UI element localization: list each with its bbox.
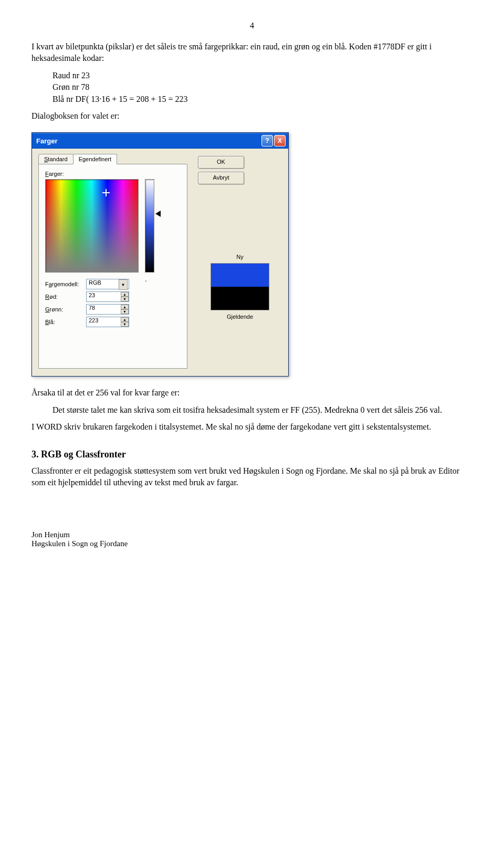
chevron-down-icon[interactable]: ▼ bbox=[119, 279, 128, 290]
luminance-slider[interactable] bbox=[145, 179, 154, 273]
dialog-title: Farger bbox=[36, 137, 57, 145]
paragraph-2: Dialogboksen for valet er: bbox=[32, 110, 472, 122]
luminance-arrow-icon[interactable] bbox=[155, 211, 161, 217]
new-color-swatch bbox=[211, 264, 269, 287]
chevron-up-icon[interactable]: ▲ bbox=[121, 292, 129, 297]
code-line-2: Grøn nr 78 bbox=[52, 82, 89, 91]
close-button[interactable]: X bbox=[274, 135, 286, 147]
dot-indicator: . bbox=[145, 275, 147, 283]
paragraph-6: Classfronter er eit pedagogisk støttesys… bbox=[32, 465, 472, 489]
ok-button[interactable]: OK bbox=[198, 156, 244, 169]
green-spinner[interactable]: ▲▼ bbox=[121, 305, 129, 314]
tab-standard[interactable]: Standard bbox=[38, 154, 74, 164]
paragraph-4: Det største talet me kan skriva som eit … bbox=[52, 404, 472, 416]
blue-spinner[interactable]: ▲▼ bbox=[121, 317, 129, 327]
paragraph-5: I WORD skriv brukaren fargekoden i tital… bbox=[32, 421, 472, 433]
new-color-label: Ny bbox=[198, 254, 282, 260]
footer-author: Jon Henjum bbox=[32, 530, 472, 539]
section-heading: 3. RGB og Classfronter bbox=[32, 449, 472, 460]
crosshair-icon bbox=[102, 189, 110, 196]
color-picker-field[interactable] bbox=[45, 179, 139, 273]
page-number: 4 bbox=[32, 21, 472, 30]
footer-institution: Høgskulen i Sogn og Fjordane bbox=[32, 539, 472, 548]
code-line-1: Raud nr 23 bbox=[52, 71, 90, 80]
dialog-titlebar[interactable]: Farger ? X bbox=[32, 133, 288, 149]
cancel-button[interactable]: Avbryt bbox=[198, 172, 244, 184]
red-spinner[interactable]: ▲▼ bbox=[121, 292, 129, 301]
current-color-label: Gjeldende bbox=[198, 314, 282, 320]
chevron-up-icon[interactable]: ▲ bbox=[121, 305, 129, 309]
page-footer: Jon Henjum Høgskulen i Sogn og Fjordane bbox=[32, 530, 472, 548]
green-label: Grønn: bbox=[45, 306, 86, 312]
code-block: Raud nr 23 Grøn nr 78 Blå nr DF( 13·16 +… bbox=[52, 70, 472, 105]
red-label: Rød: bbox=[45, 294, 86, 300]
color-swatch bbox=[211, 263, 269, 310]
paragraph-3: Årsaka til at det er 256 val for kvar fa… bbox=[32, 387, 472, 399]
chevron-down-icon[interactable]: ▼ bbox=[121, 297, 129, 301]
color-dialog: Farger ? X Standard Egendefinert OK Avbr… bbox=[32, 132, 289, 377]
chevron-down-icon[interactable]: ▼ bbox=[121, 322, 129, 327]
code-line-3: Blå nr DF( 13·16 + 15 = 208 + 15 = 223 bbox=[52, 95, 187, 103]
model-dropdown[interactable]: RGB ▼ bbox=[86, 279, 128, 289]
tab-panel-custom: Farger: . Fargemodell: RGB ▼ Rød: bbox=[38, 164, 187, 369]
colors-label: Farger: bbox=[45, 171, 181, 177]
current-color-swatch bbox=[211, 287, 269, 310]
paragraph-1: I kvart av biletpunkta (pikslar) er det … bbox=[32, 41, 472, 65]
blue-label: Blå: bbox=[45, 319, 86, 325]
chevron-down-icon[interactable]: ▼ bbox=[121, 309, 129, 314]
tab-custom[interactable]: Egendefinert bbox=[73, 154, 117, 164]
chevron-up-icon[interactable]: ▲ bbox=[121, 317, 129, 322]
help-button[interactable]: ? bbox=[261, 135, 273, 147]
model-label: Fargemodell: bbox=[45, 281, 86, 287]
